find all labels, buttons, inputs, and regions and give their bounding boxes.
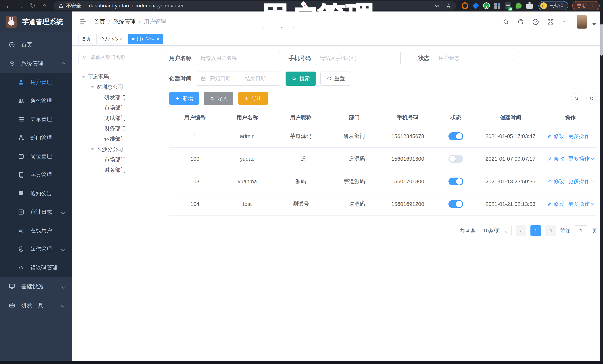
sidebar-item-岗位管理[interactable]: 岗位管理 xyxy=(0,147,72,166)
tree-node-财务部门[interactable]: 财务部门 xyxy=(78,123,162,134)
tree-node-长沙分公司[interactable]: 长沙分公司 xyxy=(78,144,162,154)
page-scrollbar[interactable] xyxy=(600,11,603,361)
date-range-picker[interactable]: 开始日期 - 结束日期 xyxy=(196,72,280,86)
tab-首页[interactable]: 首页 xyxy=(78,34,94,44)
breadcrumb-item[interactable]: 系统管理 xyxy=(113,18,135,26)
next-page-button[interactable] xyxy=(545,225,556,236)
add-user-button[interactable]: 新增 xyxy=(169,92,199,105)
tree-node-label: 测试部门 xyxy=(104,115,126,122)
browser-menu-icon[interactable]: ⋮ xyxy=(590,3,595,9)
bookmark-star-icon[interactable] xyxy=(446,3,451,9)
browser-forward-button[interactable]: → xyxy=(15,1,26,10)
extension-grid-icon[interactable] xyxy=(494,2,500,9)
sidebar-item-通知公告[interactable]: 通知公告 xyxy=(0,184,72,203)
status-toggle[interactable] xyxy=(448,177,463,185)
username-cell: test xyxy=(220,201,274,207)
mobile-input[interactable]: 请输入手机号码 xyxy=(315,51,401,65)
tree-expand-caret-icon[interactable] xyxy=(82,76,85,78)
breadcrumb-item[interactable]: 首页 xyxy=(94,18,105,26)
hamburger-icon[interactable] xyxy=(79,18,87,26)
tab-个人中心[interactable]: 个人中心× xyxy=(96,34,126,44)
refresh-table-button[interactable] xyxy=(586,93,597,104)
browser-profile-chip[interactable]: ☺ 已暂停 xyxy=(538,1,568,10)
sidebar-item-菜单管理[interactable]: 菜单管理 xyxy=(0,110,72,129)
code-icon: </> xyxy=(18,264,24,271)
header-search-icon[interactable] xyxy=(502,18,510,25)
edit-link[interactable]: 修改 xyxy=(554,155,564,163)
tree-node-运维部门[interactable]: 运维部门 xyxy=(78,134,162,144)
user-avatar[interactable] xyxy=(577,15,587,29)
tree-node-市场部门[interactable]: 市场部门 xyxy=(78,154,162,165)
sidebar: 芋道管理系统 首页系统管理用户管理角色管理菜单管理部门管理岗位管理字典管理通知公… xyxy=(0,11,72,361)
status-select[interactable]: 用户状态 xyxy=(434,51,519,65)
sidebar-item-审计日志[interactable]: 审计日志 xyxy=(0,203,72,221)
more-actions-link[interactable]: 更多操作 xyxy=(568,132,590,140)
tree-node-测试部门[interactable]: 测试部门 xyxy=(78,113,162,123)
address-bar[interactable]: 不安全 dashboard.yudao.iocoder.cn /system/u… xyxy=(53,1,456,10)
current-page-button[interactable]: 1 xyxy=(531,225,541,236)
page-size-select[interactable]: 10条/页 xyxy=(480,225,511,236)
reset-button[interactable]: 重置 xyxy=(320,72,351,86)
export-button[interactable]: 导出 xyxy=(238,92,268,105)
status-toggle[interactable] xyxy=(448,132,463,140)
sidebar-item-label: 用户管理 xyxy=(30,78,52,86)
status-label: 状态 xyxy=(418,55,429,62)
sidebar-item-在线用户[interactable]: (a)在线用户 xyxy=(0,221,72,240)
sidebar-item-部门管理[interactable]: 部门管理 xyxy=(0,129,72,147)
prev-page-button[interactable] xyxy=(516,225,526,236)
sidebar-item-系统管理[interactable]: 系统管理 xyxy=(0,54,72,73)
extension-gem-icon[interactable] xyxy=(472,2,479,9)
app-logo-row[interactable]: 芋道管理系统 xyxy=(0,11,72,32)
github-icon[interactable] xyxy=(517,18,524,25)
sidebar-item-基础设施[interactable]: 基础设施 xyxy=(0,277,72,296)
sidebar-item-研发工具[interactable]: 研发工具 xyxy=(0,296,72,315)
browser-update-button[interactable]: 更新 ⋮ xyxy=(572,1,600,10)
password-key-icon[interactable] xyxy=(435,3,440,9)
username-input[interactable]: 请输入用户名称 xyxy=(196,51,280,65)
tree-expand-caret-icon[interactable] xyxy=(91,86,94,88)
tree-node-研发部门[interactable]: 研发部门 xyxy=(78,92,162,103)
more-actions-link[interactable]: 更多操作 xyxy=(568,155,590,163)
extension-puzzle-icon[interactable] xyxy=(526,2,533,9)
tree-node-芋道源码[interactable]: 芋道源码 xyxy=(78,72,162,82)
extension-letter-y-icon[interactable]: y xyxy=(483,2,490,9)
edit-link[interactable]: 修改 xyxy=(554,132,564,140)
help-icon[interactable]: ? xyxy=(532,18,539,25)
import-button[interactable]: 导入 xyxy=(204,92,233,105)
fullscreen-icon[interactable] xyxy=(547,18,554,25)
sidebar-item-错误码管理[interactable]: </>错误码管理 xyxy=(0,258,72,277)
sidebar-item-用户管理[interactable]: 用户管理 xyxy=(0,73,72,92)
department-search-input[interactable]: 请输入部门名称 xyxy=(78,51,162,63)
extension-ring-icon[interactable] xyxy=(462,2,468,9)
browser-reload-button[interactable]: ↻ xyxy=(27,1,38,10)
status-toggle[interactable] xyxy=(448,200,463,208)
close-icon[interactable]: × xyxy=(120,37,123,41)
browser-back-button[interactable]: ← xyxy=(3,1,14,10)
more-actions-link[interactable]: 更多操作 xyxy=(568,178,590,185)
sidebar-item-字典管理[interactable]: 字典管理 xyxy=(0,166,72,184)
extension-sprout-icon[interactable] xyxy=(515,2,522,9)
column-header-创建时间: 创建时间 xyxy=(477,114,544,121)
tree-node-深圳总公司[interactable]: 深圳总公司 xyxy=(78,82,162,92)
avatar-caret-icon[interactable] xyxy=(592,23,596,26)
browser-home-button[interactable]: ⌂ xyxy=(39,1,50,10)
edit-link[interactable]: 修改 xyxy=(554,200,564,208)
tree-node-财务部门[interactable]: 财务部门 xyxy=(78,165,162,175)
sidebar-item-首页[interactable]: 首页 xyxy=(0,35,72,54)
more-actions-link[interactable]: 更多操作 xyxy=(568,200,590,208)
sidebar-item-短信管理[interactable]: 短信管理 xyxy=(0,240,72,258)
goto-page-input[interactable]: 1 xyxy=(574,225,588,236)
tree-node-市场部门[interactable]: 市场部门 xyxy=(78,103,162,113)
text-size-icon[interactable]: tT xyxy=(562,18,569,25)
tree-expand-caret-icon[interactable] xyxy=(91,148,94,151)
scrollbar-thumb[interactable] xyxy=(600,24,603,55)
sidebar-item-角色管理[interactable]: 角色管理 xyxy=(0,92,72,110)
edit-link[interactable]: 修改 xyxy=(554,178,564,185)
toggle-search-button[interactable] xyxy=(571,93,582,104)
tab-用户管理[interactable]: 用户管理× xyxy=(128,34,163,44)
not-secure-label[interactable]: 不安全 xyxy=(66,2,81,9)
extension-tabs-on-icon[interactable] xyxy=(505,2,511,9)
status-toggle[interactable] xyxy=(448,155,463,163)
search-button[interactable]: 搜索 xyxy=(286,72,316,86)
close-icon[interactable]: × xyxy=(157,37,159,41)
